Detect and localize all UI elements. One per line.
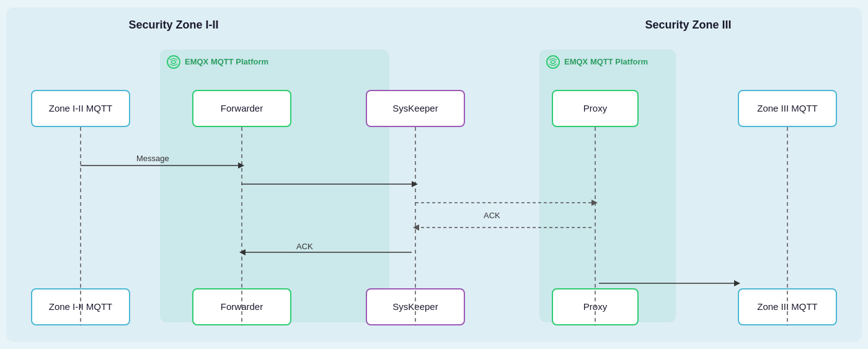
forwarder-bottom: Forwarder xyxy=(192,288,291,325)
svg-marker-21 xyxy=(734,280,740,286)
svg-point-0 xyxy=(167,56,180,68)
svg-marker-11 xyxy=(412,181,418,187)
zone-left-label: Security Zone I-II xyxy=(56,19,291,32)
svg-marker-16 xyxy=(413,224,419,231)
zone-i-ii-mqtt-top: Zone I-II MQTT xyxy=(31,90,130,127)
zone-i-ii-mqtt-bottom: Zone I-II MQTT xyxy=(31,288,130,325)
svg-point-1 xyxy=(547,56,559,68)
emqx-icon-right xyxy=(546,55,560,69)
zone-iii-mqtt-top: Zone III MQTT xyxy=(738,90,837,127)
syskeeper-bottom: SysKeeper xyxy=(366,288,465,325)
proxy-bottom: Proxy xyxy=(552,288,639,325)
left-platform-badge: EMQX MQTT Platform xyxy=(166,55,268,69)
right-platform-badge: EMQX MQTT Platform xyxy=(546,55,648,69)
svg-text:ACK: ACK xyxy=(484,211,500,220)
zone-iii-mqtt-bottom: Zone III MQTT xyxy=(738,288,837,325)
syskeeper-top: SysKeeper xyxy=(366,90,465,127)
proxy-top: Proxy xyxy=(552,90,639,127)
zone-right-label: Security Zone III xyxy=(546,19,831,32)
forwarder-top: Forwarder xyxy=(192,90,291,127)
emqx-icon-left xyxy=(166,55,181,69)
diagram: Security Zone I-II Security Zone III EMQ… xyxy=(6,7,862,342)
